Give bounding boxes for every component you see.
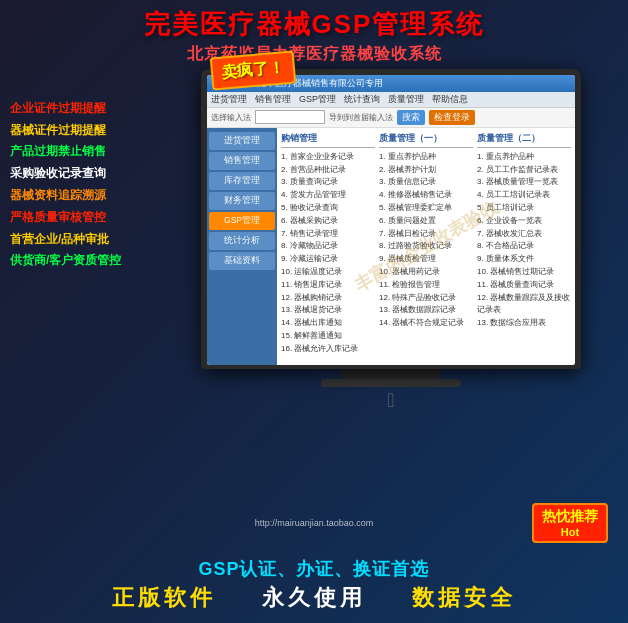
sidebar-item-0[interactable]: 进货管理 [209,132,275,150]
col3-item-11[interactable]: 12. 器械数量跟踪及及接收记录表 [477,292,571,318]
app-sidebar: 进货管理 销售管理 库存管理 财务管理 GSP管理 统计分析 基础资料 [207,128,277,365]
features-list: 企业证件过期提醒 器械证件过期提醒 产品过期禁止销售 采购验收记录查询 器械资料… [8,69,156,553]
sidebar-item-1[interactable]: 销售管理 [209,152,275,170]
col2-item-9[interactable]: 10. 器械用药记录 [379,266,473,279]
col1-item-9[interactable]: 10. 运输温度记录 [281,266,375,279]
main-title: 完美医疗器械GSP管理系统 [8,8,620,42]
sidebar-item-3[interactable]: 财务管理 [209,192,275,210]
content-col-2: 质量管理（一） 1. 重点养护品种 2. 器械养护计划 3. 质量信息记录 4.… [379,132,473,361]
col1-item-1[interactable]: 2. 首营品种批记录 [281,164,375,177]
col2-item-11[interactable]: 12. 特殊产品验收记录 [379,292,473,305]
col1-item-6[interactable]: 7. 销售记录管理 [281,228,375,241]
toolbar-label-2: 导到到首届输入法 [329,112,393,123]
monitor-stand [341,369,441,379]
col2-item-7[interactable]: 8. 过路验货验收记录 [379,240,473,253]
feature-1: 企业证件过期提醒 [8,99,156,118]
menu-item-2[interactable]: 销售管理 [255,93,291,106]
col1-item-11[interactable]: 12. 器械购销记录 [281,292,375,305]
menu-item-3[interactable]: GSP管理 [299,93,336,106]
menu-item-5[interactable]: 质量管理 [388,93,424,106]
col2-item-0[interactable]: 1. 重点养护品种 [379,151,473,164]
col1-item-3[interactable]: 4. 货发方品管管理 [281,189,375,202]
content-col-1: 购销管理 1. 首家企业业务记录 2. 首营品种批记录 3. 质量查询记录 4.… [281,132,375,361]
col2-item-13[interactable]: 14. 器械不符合规定记录 [379,317,473,330]
col3-item-5[interactable]: 6. 企业设备一览表 [477,215,571,228]
url-text: http://mairuanjian.taobao.com [255,518,374,528]
col1-item-13[interactable]: 14. 器械出库通知 [281,317,375,330]
search-button[interactable]: 搜索 [397,110,425,125]
main-area: 企业证件过期提醒 器械证件过期提醒 产品过期禁止销售 采购验收记录查询 器械资料… [8,69,620,553]
col2-header: 质量管理（一） [379,132,473,148]
col1-item-5[interactable]: 6. 器械采购记录 [281,215,375,228]
col3-item-10[interactable]: 11. 器械质量查询记录 [477,279,571,292]
col2-item-8[interactable]: 9. 器械质检管理 [379,253,473,266]
sidebar-item-6[interactable]: 基础资料 [209,252,275,270]
col2-item-3[interactable]: 4. 推修器械销售记录 [379,189,473,202]
sidebar-item-5[interactable]: 统计分析 [209,232,275,250]
col3-header: 质量管理（二） [477,132,571,148]
sticker: 卖疯了！ [210,50,297,90]
col2-item-1[interactable]: 2. 器械养护计划 [379,164,473,177]
col2-item-12[interactable]: 13. 器械数据跟踪记录 [379,304,473,317]
app-toolbar: 选择输入法 导到到首届输入法 搜索 检查登录 [207,108,575,128]
apple-logo:  [387,389,394,412]
col1-item-8[interactable]: 9. 冷藏运输记录 [281,253,375,266]
feature-4: 采购验收记录查询 [8,164,156,183]
col2-item-4[interactable]: 5. 器械管理委贮定单 [379,202,473,215]
app-menubar: 进货管理 销售管理 GSP管理 统计查询 质量管理 帮助信息 [207,92,575,108]
col2-item-10[interactable]: 11. 检验报告管理 [379,279,473,292]
bottom-part-0: 正版软件 [112,585,216,610]
feature-6: 严格质量审核管控 [8,208,156,227]
monitor: 卖疯了！ 完丰医疗器械销售有限公司专用 进货管理 [201,69,581,369]
col3-item-4[interactable]: 5. 员工培训记录 [477,202,571,215]
feature-5: 器械资料追踪溯源 [8,186,156,205]
menu-item-6[interactable]: 帮助信息 [432,93,468,106]
col1-item-10[interactable]: 11. 销售退库记录 [281,279,375,292]
col3-item-8[interactable]: 9. 质量体系文件 [477,253,571,266]
monitor-wrapper: 卖疯了！ 完丰医疗器械销售有限公司专用 进货管理 [162,69,620,553]
col1-item-0[interactable]: 1. 首家企业业务记录 [281,151,375,164]
col1-item-15[interactable]: 16. 器械允许入库记录 [281,343,375,356]
app-content: 丰富的企业收表验收 购销管理 1. 首家企业业务记录 2. 首营品种批记录 3.… [277,128,575,365]
col1-item-12[interactable]: 13. 器械退货记录 [281,304,375,317]
app-body: 进货管理 销售管理 库存管理 财务管理 GSP管理 统计分析 基础资料 丰富的企… [207,128,575,365]
feature-2: 器械证件过期提醒 [8,121,156,140]
sidebar-item-2[interactable]: 库存管理 [209,172,275,190]
hot-badge: 热忱推荐 Hot [532,503,608,543]
bottom-line2: 正版软件 永久使用 数据安全 [16,583,612,613]
login-check-button[interactable]: 检查登录 [429,110,475,125]
col1-item-4[interactable]: 5. 验收记录查询 [281,202,375,215]
hot-label-1: 热忱推荐 [542,508,598,526]
col3-item-2[interactable]: 3. 器械质量管理一览表 [477,176,571,189]
col3-item-1[interactable]: 2. 员工工作监督记录表 [477,164,571,177]
toolbar-input-1[interactable] [255,110,325,124]
col1-item-14[interactable]: 15. 解鲜善通通知 [281,330,375,343]
menu-item-1[interactable]: 进货管理 [211,93,247,106]
hot-label-2: Hot [561,526,579,538]
col3-item-7[interactable]: 8. 不合格品记录 [477,240,571,253]
content-col-3: 质量管理（二） 1. 重点养护品种 2. 员工工作监督记录表 3. 器械质量管理… [477,132,571,361]
menu-item-4[interactable]: 统计查询 [344,93,380,106]
feature-7: 首营企业/品种审批 [8,230,156,249]
bottom-part-2: 数据安全 [412,585,516,610]
monitor-screen: 完丰医疗器械销售有限公司专用 进货管理 销售管理 GSP管理 统计查询 质量管理… [207,75,575,365]
col1-item-7[interactable]: 8. 冷藏物品记录 [281,240,375,253]
monitor-base [321,379,461,387]
col3-item-6[interactable]: 7. 器械收发汇总表 [477,228,571,241]
col3-item-9[interactable]: 10. 器械销售过期记录 [477,266,571,279]
col1-item-2[interactable]: 3. 质量查询记录 [281,176,375,189]
bottom-section: GSP认证、办证、换证首选 正版软件 永久使用 数据安全 [8,553,620,615]
main-container: 完美医疗器械GSP管理系统 北京药监局力荐医疗器械验收系统 企业证件过期提醒 器… [0,0,628,623]
col2-item-5[interactable]: 6. 质量问题处置 [379,215,473,228]
col3-item-3[interactable]: 4. 员工工培训记录表 [477,189,571,202]
sub-title: 北京药监局力荐医疗器械验收系统 [8,44,620,65]
col3-item-12[interactable]: 13. 数据综合应用表 [477,317,571,330]
sidebar-item-4[interactable]: GSP管理 [209,212,275,230]
col3-item-0[interactable]: 1. 重点养护品种 [477,151,571,164]
feature-3: 产品过期禁止销售 [8,142,156,161]
col2-item-6[interactable]: 7. 器械日检记录 [379,228,473,241]
bottom-line1: GSP认证、办证、换证首选 [16,557,612,581]
col2-item-2[interactable]: 3. 质量信息记录 [379,176,473,189]
app-window: 完丰医疗器械销售有限公司专用 进货管理 销售管理 GSP管理 统计查询 质量管理… [207,75,575,365]
col1-header: 购销管理 [281,132,375,148]
